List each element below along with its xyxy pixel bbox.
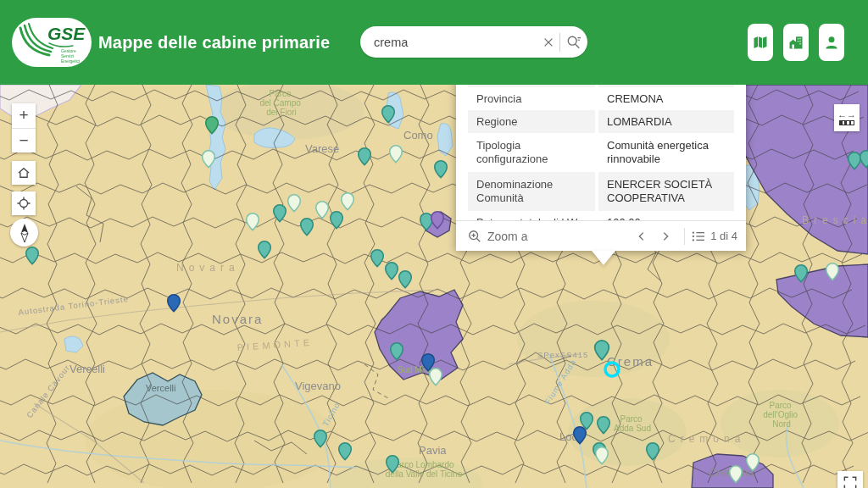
zoom-in-button[interactable]: + bbox=[12, 103, 36, 128]
zoom-control: + − bbox=[12, 103, 36, 152]
row-value: CREMONA bbox=[598, 87, 734, 110]
row-label: Regione bbox=[468, 110, 595, 133]
row-label: Potenza totale di kW bbox=[468, 211, 595, 220]
map-icon bbox=[752, 34, 769, 51]
previous-feature-button[interactable] bbox=[630, 225, 654, 248]
map-pin-pale bbox=[316, 202, 329, 219]
map-pin-teal bbox=[435, 161, 448, 178]
table-row: Denominazione Comunità ENERCER SOCIETÀ C… bbox=[468, 172, 734, 211]
map-pin-teal bbox=[399, 271, 412, 288]
home-icon bbox=[16, 165, 31, 180]
search-input[interactable] bbox=[360, 36, 537, 49]
map-pin-pale bbox=[430, 369, 442, 385]
map-pin-pale bbox=[342, 193, 354, 210]
table-row: Tipologia configurazione Comunità energe… bbox=[468, 133, 734, 172]
map-pin-pale bbox=[288, 195, 301, 212]
label-spexss: SPexSS415 bbox=[537, 350, 588, 359]
close-icon bbox=[542, 36, 554, 48]
map-pin-teal bbox=[339, 443, 352, 460]
map-pin-teal bbox=[386, 263, 398, 280]
map-pin-teal bbox=[331, 212, 343, 229]
feature-pagination: 1 di 4 bbox=[692, 230, 737, 242]
table-row: Provincia CREMONA bbox=[468, 87, 734, 110]
gse-logo-text: GSE bbox=[47, 24, 86, 43]
map-pin-teal bbox=[359, 148, 371, 165]
building-icon bbox=[787, 34, 804, 51]
row-value: LOMBARDIA bbox=[598, 110, 734, 133]
locate-icon bbox=[16, 196, 31, 211]
gse-logo-subtitle: Gestore Servizi Energetici bbox=[61, 48, 90, 64]
search-bar bbox=[360, 26, 587, 58]
row-value: ENERCER SOCIETÀ COOPERATIVA bbox=[598, 172, 734, 211]
label-piemonte: PIEMONTE bbox=[236, 337, 313, 352]
app-header: GSE Gestore Servizi Energetici Mappe del… bbox=[0, 0, 868, 85]
swipe-widget-button[interactable]: ←→ bbox=[834, 104, 860, 131]
label-como: Como bbox=[403, 129, 433, 141]
label-vercelli-province: Vercelli bbox=[70, 363, 105, 375]
buildings-button[interactable] bbox=[783, 24, 809, 61]
map-layers-button[interactable] bbox=[748, 24, 773, 61]
label-varese: Varese bbox=[305, 142, 339, 155]
chevron-right-icon bbox=[659, 230, 671, 242]
row-label: Tipologia configurazione bbox=[468, 133, 595, 172]
label-vercelli-comune: Vercelli bbox=[146, 383, 175, 393]
search-submit-button[interactable] bbox=[560, 26, 587, 58]
map-pin-navy bbox=[168, 295, 181, 312]
map-pin-pale bbox=[390, 146, 403, 163]
user-icon bbox=[823, 34, 840, 51]
page-title: Mappe delle cabine primarie bbox=[98, 0, 330, 85]
map-pin-teal bbox=[259, 241, 271, 258]
chevron-left-icon bbox=[636, 230, 648, 242]
swipe-arrows-icon: ←→ bbox=[837, 110, 856, 119]
label-vigevano: Vigevano bbox=[295, 380, 341, 392]
label-autostrada: Autostrada Torino-Trieste bbox=[18, 294, 130, 317]
zoom-to-button[interactable]: Zoom a bbox=[468, 230, 527, 243]
label-crema: Crema bbox=[607, 354, 654, 369]
map-pin-pale bbox=[247, 214, 259, 230]
label-brescia: Brescia bbox=[802, 214, 868, 226]
divider bbox=[684, 228, 685, 245]
search-clear-button[interactable] bbox=[537, 26, 559, 58]
row-value: Comunità energetica rinnovabile bbox=[598, 133, 734, 172]
compass-needle-icon bbox=[15, 222, 34, 244]
compass-button[interactable] bbox=[10, 219, 38, 247]
swipe-stripes-icon bbox=[839, 120, 854, 125]
zoom-out-button[interactable]: − bbox=[12, 129, 36, 153]
popup-footer: Zoom a 1 di 4 bbox=[456, 220, 746, 251]
map-pin-teal bbox=[26, 247, 39, 264]
locate-button[interactable] bbox=[12, 191, 36, 215]
row-label: Provincia bbox=[468, 87, 595, 110]
map-pin-teal bbox=[301, 219, 314, 236]
table-row: Regione LOMBARDIA bbox=[468, 110, 734, 133]
attribute-table: Comune CREMOSANO Provincia CREMONA Regio… bbox=[456, 63, 746, 220]
list-icon bbox=[692, 230, 705, 242]
home-button[interactable] bbox=[12, 161, 36, 185]
fullscreen-icon bbox=[842, 474, 859, 488]
row-label: Denominazione Comunità bbox=[468, 172, 595, 211]
user-account-button[interactable] bbox=[819, 24, 844, 61]
search-icon bbox=[566, 35, 581, 50]
magnifier-plus-icon bbox=[468, 230, 481, 243]
next-feature-button[interactable] bbox=[654, 225, 677, 248]
label-novara-province: Novara bbox=[176, 262, 240, 274]
header-nav bbox=[748, 24, 844, 61]
fullscreen-button[interactable] bbox=[837, 471, 863, 488]
label-cremona-province: Cremona bbox=[668, 433, 745, 445]
app-window: Vercelli Vercelli Novara Novara PIEMONTE… bbox=[0, 0, 868, 488]
pagination-count: 1 di 4 bbox=[710, 230, 737, 242]
table-row-clipped: Potenza totale di kW 100.00 bbox=[468, 211, 734, 220]
map-pin-teal bbox=[371, 250, 384, 267]
zoom-to-label: Zoom a bbox=[487, 230, 527, 243]
label-pavia: Pavia bbox=[419, 444, 447, 457]
row-value: 100.00 bbox=[598, 211, 734, 220]
label-novara-city: Novara bbox=[212, 312, 263, 326]
map-pin-teal bbox=[274, 205, 287, 222]
gse-logo[interactable]: GSE Gestore Servizi Energetici bbox=[12, 18, 92, 67]
popup-caret bbox=[592, 251, 615, 265]
label-canale-cavour: Canale Cavour bbox=[25, 363, 72, 419]
